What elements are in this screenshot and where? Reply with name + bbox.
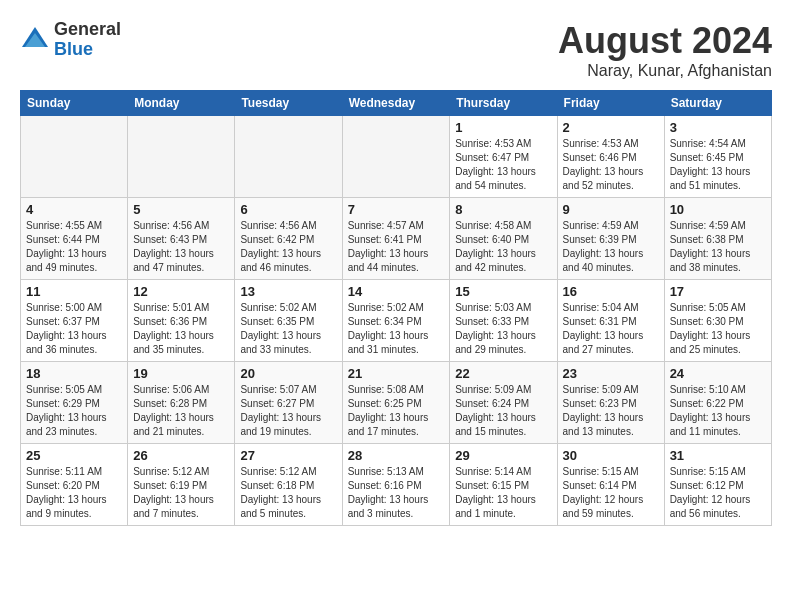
day-number: 8 (455, 202, 551, 217)
day-info: Sunrise: 5:11 AM Sunset: 6:20 PM Dayligh… (26, 465, 122, 521)
calendar-cell: 5Sunrise: 4:56 AM Sunset: 6:43 PM Daylig… (128, 198, 235, 280)
day-info: Sunrise: 4:59 AM Sunset: 6:39 PM Dayligh… (563, 219, 659, 275)
calendar-cell: 29Sunrise: 5:14 AM Sunset: 6:15 PM Dayli… (450, 444, 557, 526)
day-info: Sunrise: 5:13 AM Sunset: 6:16 PM Dayligh… (348, 465, 445, 521)
day-info: Sunrise: 4:53 AM Sunset: 6:46 PM Dayligh… (563, 137, 659, 193)
day-number: 5 (133, 202, 229, 217)
day-info: Sunrise: 5:12 AM Sunset: 6:18 PM Dayligh… (240, 465, 336, 521)
day-number: 15 (455, 284, 551, 299)
calendar-cell: 27Sunrise: 5:12 AM Sunset: 6:18 PM Dayli… (235, 444, 342, 526)
calendar-cell (235, 116, 342, 198)
calendar-cell: 12Sunrise: 5:01 AM Sunset: 6:36 PM Dayli… (128, 280, 235, 362)
day-number: 9 (563, 202, 659, 217)
logo: General Blue (20, 20, 121, 60)
day-info: Sunrise: 4:59 AM Sunset: 6:38 PM Dayligh… (670, 219, 766, 275)
col-sunday: Sunday (21, 91, 128, 116)
day-number: 16 (563, 284, 659, 299)
day-number: 25 (26, 448, 122, 463)
calendar-week-1: 4Sunrise: 4:55 AM Sunset: 6:44 PM Daylig… (21, 198, 772, 280)
day-number: 1 (455, 120, 551, 135)
calendar-cell: 21Sunrise: 5:08 AM Sunset: 6:25 PM Dayli… (342, 362, 450, 444)
col-wednesday: Wednesday (342, 91, 450, 116)
day-number: 29 (455, 448, 551, 463)
header-row: Sunday Monday Tuesday Wednesday Thursday… (21, 91, 772, 116)
day-number: 24 (670, 366, 766, 381)
day-number: 26 (133, 448, 229, 463)
calendar-cell: 14Sunrise: 5:02 AM Sunset: 6:34 PM Dayli… (342, 280, 450, 362)
day-info: Sunrise: 4:58 AM Sunset: 6:40 PM Dayligh… (455, 219, 551, 275)
day-info: Sunrise: 5:04 AM Sunset: 6:31 PM Dayligh… (563, 301, 659, 357)
day-info: Sunrise: 4:56 AM Sunset: 6:42 PM Dayligh… (240, 219, 336, 275)
day-info: Sunrise: 4:55 AM Sunset: 6:44 PM Dayligh… (26, 219, 122, 275)
calendar-cell: 7Sunrise: 4:57 AM Sunset: 6:41 PM Daylig… (342, 198, 450, 280)
month-year-title: August 2024 (558, 20, 772, 62)
day-info: Sunrise: 5:09 AM Sunset: 6:24 PM Dayligh… (455, 383, 551, 439)
calendar-cell: 13Sunrise: 5:02 AM Sunset: 6:35 PM Dayli… (235, 280, 342, 362)
day-info: Sunrise: 4:53 AM Sunset: 6:47 PM Dayligh… (455, 137, 551, 193)
calendar-cell: 8Sunrise: 4:58 AM Sunset: 6:40 PM Daylig… (450, 198, 557, 280)
day-number: 17 (670, 284, 766, 299)
col-friday: Friday (557, 91, 664, 116)
calendar-cell: 3Sunrise: 4:54 AM Sunset: 6:45 PM Daylig… (664, 116, 771, 198)
calendar-cell: 24Sunrise: 5:10 AM Sunset: 6:22 PM Dayli… (664, 362, 771, 444)
calendar-cell: 28Sunrise: 5:13 AM Sunset: 6:16 PM Dayli… (342, 444, 450, 526)
calendar-cell: 16Sunrise: 5:04 AM Sunset: 6:31 PM Dayli… (557, 280, 664, 362)
col-tuesday: Tuesday (235, 91, 342, 116)
day-number: 11 (26, 284, 122, 299)
day-number: 21 (348, 366, 445, 381)
calendar-week-4: 25Sunrise: 5:11 AM Sunset: 6:20 PM Dayli… (21, 444, 772, 526)
day-info: Sunrise: 5:02 AM Sunset: 6:35 PM Dayligh… (240, 301, 336, 357)
calendar-cell: 4Sunrise: 4:55 AM Sunset: 6:44 PM Daylig… (21, 198, 128, 280)
calendar-cell: 11Sunrise: 5:00 AM Sunset: 6:37 PM Dayli… (21, 280, 128, 362)
day-number: 10 (670, 202, 766, 217)
day-info: Sunrise: 4:54 AM Sunset: 6:45 PM Dayligh… (670, 137, 766, 193)
day-number: 13 (240, 284, 336, 299)
day-info: Sunrise: 5:10 AM Sunset: 6:22 PM Dayligh… (670, 383, 766, 439)
day-info: Sunrise: 5:00 AM Sunset: 6:37 PM Dayligh… (26, 301, 122, 357)
day-info: Sunrise: 5:01 AM Sunset: 6:36 PM Dayligh… (133, 301, 229, 357)
calendar-cell: 22Sunrise: 5:09 AM Sunset: 6:24 PM Dayli… (450, 362, 557, 444)
calendar-cell: 25Sunrise: 5:11 AM Sunset: 6:20 PM Dayli… (21, 444, 128, 526)
calendar-cell: 26Sunrise: 5:12 AM Sunset: 6:19 PM Dayli… (128, 444, 235, 526)
calendar-cell: 6Sunrise: 4:56 AM Sunset: 6:42 PM Daylig… (235, 198, 342, 280)
day-info: Sunrise: 5:03 AM Sunset: 6:33 PM Dayligh… (455, 301, 551, 357)
day-info: Sunrise: 5:02 AM Sunset: 6:34 PM Dayligh… (348, 301, 445, 357)
calendar-cell: 2Sunrise: 4:53 AM Sunset: 6:46 PM Daylig… (557, 116, 664, 198)
logo-blue-text: Blue (54, 40, 121, 60)
calendar-cell: 18Sunrise: 5:05 AM Sunset: 6:29 PM Dayli… (21, 362, 128, 444)
day-info: Sunrise: 5:14 AM Sunset: 6:15 PM Dayligh… (455, 465, 551, 521)
day-info: Sunrise: 5:07 AM Sunset: 6:27 PM Dayligh… (240, 383, 336, 439)
day-number: 4 (26, 202, 122, 217)
day-number: 14 (348, 284, 445, 299)
calendar-cell: 30Sunrise: 5:15 AM Sunset: 6:14 PM Dayli… (557, 444, 664, 526)
calendar-week-0: 1Sunrise: 4:53 AM Sunset: 6:47 PM Daylig… (21, 116, 772, 198)
day-number: 6 (240, 202, 336, 217)
day-info: Sunrise: 5:06 AM Sunset: 6:28 PM Dayligh… (133, 383, 229, 439)
day-info: Sunrise: 5:05 AM Sunset: 6:29 PM Dayligh… (26, 383, 122, 439)
day-number: 19 (133, 366, 229, 381)
day-info: Sunrise: 5:08 AM Sunset: 6:25 PM Dayligh… (348, 383, 445, 439)
calendar-cell (128, 116, 235, 198)
calendar-cell: 20Sunrise: 5:07 AM Sunset: 6:27 PM Dayli… (235, 362, 342, 444)
calendar-cell: 19Sunrise: 5:06 AM Sunset: 6:28 PM Dayli… (128, 362, 235, 444)
calendar-week-2: 11Sunrise: 5:00 AM Sunset: 6:37 PM Dayli… (21, 280, 772, 362)
calendar-cell: 9Sunrise: 4:59 AM Sunset: 6:39 PM Daylig… (557, 198, 664, 280)
calendar-table: Sunday Monday Tuesday Wednesday Thursday… (20, 90, 772, 526)
day-info: Sunrise: 4:56 AM Sunset: 6:43 PM Dayligh… (133, 219, 229, 275)
calendar-cell: 1Sunrise: 4:53 AM Sunset: 6:47 PM Daylig… (450, 116, 557, 198)
col-thursday: Thursday (450, 91, 557, 116)
col-saturday: Saturday (664, 91, 771, 116)
location-text: Naray, Kunar, Afghanistan (558, 62, 772, 80)
calendar-cell: 15Sunrise: 5:03 AM Sunset: 6:33 PM Dayli… (450, 280, 557, 362)
day-number: 27 (240, 448, 336, 463)
logo-general-text: General (54, 20, 121, 40)
calendar-cell: 17Sunrise: 5:05 AM Sunset: 6:30 PM Dayli… (664, 280, 771, 362)
day-number: 28 (348, 448, 445, 463)
day-info: Sunrise: 5:09 AM Sunset: 6:23 PM Dayligh… (563, 383, 659, 439)
calendar-week-3: 18Sunrise: 5:05 AM Sunset: 6:29 PM Dayli… (21, 362, 772, 444)
col-monday: Monday (128, 91, 235, 116)
day-number: 7 (348, 202, 445, 217)
day-number: 18 (26, 366, 122, 381)
page-header: General Blue August 2024 Naray, Kunar, A… (20, 20, 772, 80)
logo-icon (20, 25, 50, 55)
